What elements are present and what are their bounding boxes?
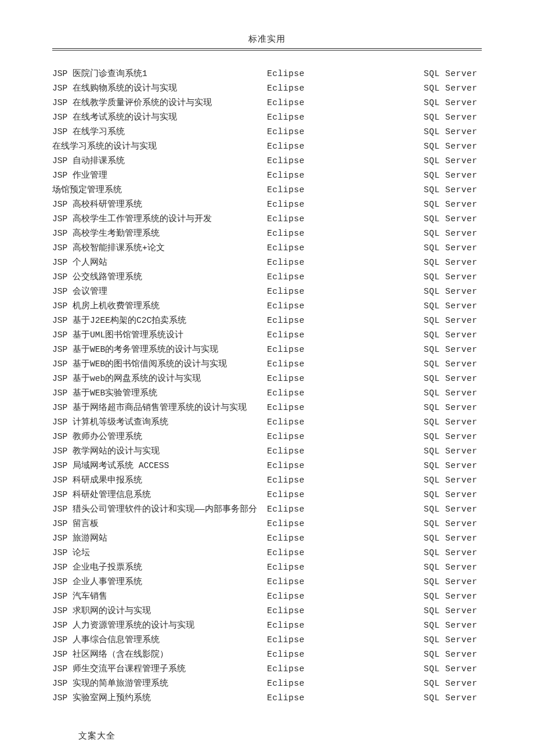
- project-name: 在线学习系统的设计与实现: [52, 139, 267, 154]
- project-tool: Eclipse: [267, 168, 424, 183]
- project-tool: Eclipse: [267, 328, 424, 343]
- project-db: SQL Server: [424, 517, 482, 531]
- table-row: JSP 在线考试系统的设计与实现EclipseSQL Server: [52, 110, 482, 125]
- project-tool: Eclipse: [267, 633, 424, 647]
- project-tool: Eclipse: [267, 473, 424, 488]
- project-db: SQL Server: [424, 183, 482, 197]
- project-name: JSP 自动排课系统: [52, 154, 267, 168]
- project-name: JSP 留言板: [52, 517, 267, 531]
- project-name: JSP 在线考试系统的设计与实现: [52, 110, 267, 125]
- project-tool: Eclipse: [267, 618, 424, 633]
- project-name: JSP 作业管理: [52, 168, 267, 183]
- project-tool: Eclipse: [267, 110, 424, 125]
- project-db: SQL Server: [424, 618, 482, 633]
- table-row: JSP 科研成果申报系统EclipseSQL Server: [52, 473, 482, 488]
- project-name: JSP 人力资源管理系统的设计与实现: [52, 618, 267, 633]
- table-row: JSP 基于J2EE构架的C2C拍卖系统EclipseSQL Server: [52, 314, 482, 328]
- project-db: SQL Server: [424, 285, 482, 299]
- project-db: SQL Server: [424, 531, 482, 546]
- project-db: SQL Server: [424, 691, 482, 705]
- project-name: JSP 医院门诊查询系统1: [52, 67, 267, 81]
- project-tool: Eclipse: [267, 386, 424, 401]
- table-row: JSP 人事综合信息管理系统EclipseSQL Server: [52, 633, 482, 647]
- table-row: JSP 高校学生考勤管理系统EclipseSQL Server: [52, 226, 482, 241]
- project-name: JSP 在线购物系统的设计与实现: [52, 81, 267, 96]
- project-tool: Eclipse: [267, 372, 424, 386]
- table-row: JSP 旅游网站EclipseSQL Server: [52, 531, 482, 546]
- project-name: JSP 汽车销售: [52, 589, 267, 604]
- project-name: JSP 高校智能排课系统+论文: [52, 241, 267, 255]
- project-db: SQL Server: [424, 488, 482, 502]
- table-row: JSP 猎头公司管理软件的设计和实现——内部事务部分EclipseSQL Ser…: [52, 502, 482, 517]
- table-row: JSP 高校智能排课系统+论文EclipseSQL Server: [52, 241, 482, 255]
- table-row: JSP 高校科研管理系统EclipseSQL Server: [52, 197, 482, 212]
- page-content: 标准实用 JSP 医院门诊查询系统1EclipseSQL ServerJSP 在…: [52, 34, 482, 705]
- table-row: JSP 自动排课系统EclipseSQL Server: [52, 154, 482, 168]
- table-row: JSP 社区网络（含在线影院）EclipseSQL Server: [52, 647, 482, 662]
- table-row: JSP 高校学生工作管理系统的设计与开发EclipseSQL Server: [52, 212, 482, 226]
- project-db: SQL Server: [424, 314, 482, 328]
- table-row: JSP 汽车销售EclipseSQL Server: [52, 589, 482, 604]
- project-name: JSP 科研成果申报系统: [52, 473, 267, 488]
- project-tool: Eclipse: [267, 415, 424, 430]
- project-name: JSP 个人网站: [52, 255, 267, 270]
- project-tool: Eclipse: [267, 255, 424, 270]
- project-db: SQL Server: [424, 357, 482, 372]
- project-db: SQL Server: [424, 676, 482, 691]
- project-tool: Eclipse: [267, 314, 424, 328]
- project-name: JSP 基于WEB的考务管理系统的设计与实现: [52, 343, 267, 357]
- project-tool: Eclipse: [267, 531, 424, 546]
- project-db: SQL Server: [424, 372, 482, 386]
- project-name: JSP 师生交流平台课程管理子系统: [52, 662, 267, 676]
- project-db: SQL Server: [424, 343, 482, 357]
- table-row: JSP 实验室网上预约系统EclipseSQL Server: [52, 691, 482, 705]
- project-db: SQL Server: [424, 633, 482, 647]
- project-tool: Eclipse: [267, 517, 424, 531]
- project-tool: Eclipse: [267, 67, 424, 81]
- project-tool: Eclipse: [267, 401, 424, 415]
- project-db: SQL Server: [424, 81, 482, 96]
- table-row: JSP 基于WEB的考务管理系统的设计与实现EclipseSQL Server: [52, 343, 482, 357]
- project-tool: Eclipse: [267, 488, 424, 502]
- project-name: JSP 基于UML图书馆管理系统设计: [52, 328, 267, 343]
- table-row: JSP 教师办公管理系统EclipseSQL Server: [52, 430, 482, 444]
- project-tool: Eclipse: [267, 81, 424, 96]
- project-db: SQL Server: [424, 168, 482, 183]
- project-name: JSP 实验室网上预约系统: [52, 691, 267, 705]
- project-db: SQL Server: [424, 589, 482, 604]
- project-tool: Eclipse: [267, 604, 424, 618]
- table-row: JSP 公交线路管理系统EclipseSQL Server: [52, 270, 482, 285]
- table-row: JSP 作业管理EclipseSQL Server: [52, 168, 482, 183]
- project-name: JSP 在线学习系统: [52, 125, 267, 139]
- project-name: JSP 基于WEB的图书馆借阅系统的设计与实现: [52, 357, 267, 372]
- project-db: SQL Server: [424, 299, 482, 314]
- project-tool: Eclipse: [267, 125, 424, 139]
- project-db: SQL Server: [424, 604, 482, 618]
- project-db: SQL Server: [424, 197, 482, 212]
- project-tool: Eclipse: [267, 560, 424, 575]
- project-name: JSP 机房上机收费管理系统: [52, 299, 267, 314]
- project-tool: Eclipse: [267, 691, 424, 705]
- project-name: JSP 会议管理: [52, 285, 267, 299]
- project-tool: Eclipse: [267, 430, 424, 444]
- table-row: JSP 论坛EclipseSQL Server: [52, 546, 482, 560]
- project-tool: Eclipse: [267, 546, 424, 560]
- project-name: JSP 高校科研管理系统: [52, 197, 267, 212]
- project-name: JSP 高校学生工作管理系统的设计与开发: [52, 212, 267, 226]
- project-db: SQL Server: [424, 212, 482, 226]
- project-db: SQL Server: [424, 241, 482, 255]
- project-db: SQL Server: [424, 110, 482, 125]
- project-name: JSP 猎头公司管理软件的设计和实现——内部事务部分: [52, 502, 267, 517]
- project-db: SQL Server: [424, 139, 482, 154]
- project-name: JSP 企业人事管理系统: [52, 575, 267, 589]
- project-db: SQL Server: [424, 459, 482, 473]
- project-db: SQL Server: [424, 444, 482, 459]
- project-name: JSP 教师办公管理系统: [52, 430, 267, 444]
- table-row: JSP 个人网站EclipseSQL Server: [52, 255, 482, 270]
- table-row: JSP 机房上机收费管理系统EclipseSQL Server: [52, 299, 482, 314]
- project-name: JSP 企业电子投票系统: [52, 560, 267, 575]
- project-db: SQL Server: [424, 226, 482, 241]
- table-row: JSP 计算机等级考试查询系统EclipseSQL Server: [52, 415, 482, 430]
- project-tool: Eclipse: [267, 459, 424, 473]
- table-row: 场馆预定管理系统EclipseSQL Server: [52, 183, 482, 197]
